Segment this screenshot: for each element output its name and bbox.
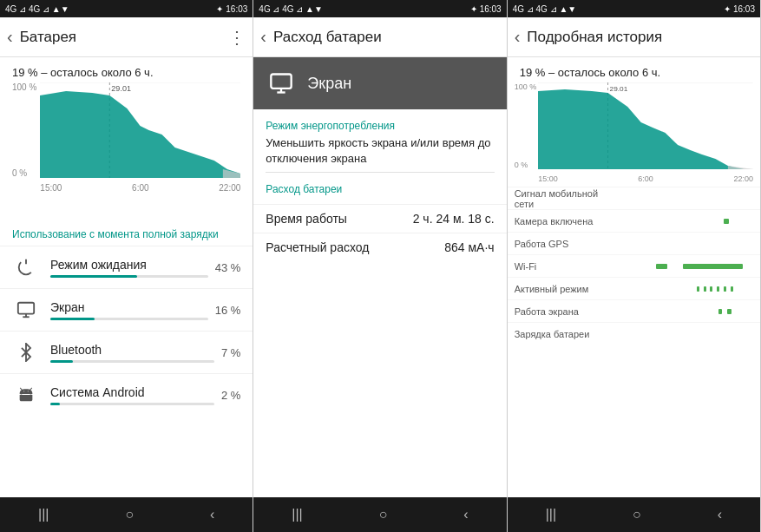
- x-label-mid-3: 6:00: [638, 174, 653, 183]
- status-left-3: 4G ⊿ 4G ⊿ ▲▼: [513, 4, 577, 14]
- status-left-2: 4G ⊿ 4G ⊿ ▲▼: [259, 4, 323, 14]
- power-icon: [12, 253, 40, 281]
- active-seg-1: [697, 286, 699, 292]
- worktime-value: 2 ч. 24 м. 18 с.: [413, 212, 495, 226]
- active-seg-6: [731, 286, 733, 292]
- usage-item-android[interactable]: Система Android 2 %: [0, 373, 253, 416]
- nav-home-3[interactable]: ○: [619, 500, 655, 529]
- active-seg-2: [704, 286, 706, 292]
- usage-header-1: Использование с момента полной зарядки: [0, 221, 253, 246]
- panel-battery: 4G ⊿ 4G ⊿ ▲▼ ✦ 16:03 ‹ Батарея ⋮ 19 % – …: [0, 0, 253, 532]
- nav-home-2[interactable]: ○: [365, 500, 402, 529]
- screen-work-seg-1: [718, 309, 723, 314]
- x-label-start-3: 15:00: [538, 174, 558, 183]
- standby-info: Режим ожидания: [50, 258, 208, 278]
- active-seg-4: [717, 286, 719, 292]
- activity-gps: Работа GPS: [508, 232, 760, 254]
- standby-bar-container: [50, 275, 208, 278]
- signal-icons-3: 4G ⊿ 4G ⊿ ▲▼: [513, 4, 577, 14]
- panel-history: 4G ⊿ 4G ⊿ ▲▼ ✦ 16:03 ‹ Подробная история…: [508, 0, 761, 532]
- detail-row-worktime: Время работы 2 ч. 24 м. 18 с.: [253, 204, 506, 233]
- bt-icon-status-2: ✦: [470, 4, 477, 14]
- back-button-1[interactable]: ‹: [7, 27, 13, 47]
- back-button-2[interactable]: ‹: [260, 27, 266, 47]
- discharge-value: 864 мА·ч: [444, 240, 494, 254]
- more-button-1[interactable]: ⋮: [228, 27, 246, 48]
- nav-menu-3[interactable]: |||: [532, 500, 570, 529]
- bt-icon-status-3: ✦: [724, 4, 731, 14]
- status-right-2: ✦ 16:03: [470, 4, 502, 14]
- mobile-signal-label: Сигнал мобильной сети: [515, 188, 619, 209]
- activity-screen-work: Работа экрана: [508, 299, 760, 322]
- camera-segment: [724, 219, 729, 224]
- nav-back-1[interactable]: ‹: [196, 500, 228, 529]
- top-bar-3: ‹ Подробная история: [508, 17, 760, 57]
- active-seg-5: [724, 286, 726, 292]
- worktime-label: Время работы: [266, 212, 347, 226]
- time-1: 16:03: [226, 4, 247, 14]
- back-button-3[interactable]: ‹: [515, 27, 521, 47]
- y-label-0: 0 %: [12, 168, 36, 178]
- mobile-signal-bar: [619, 196, 753, 201]
- status-bar-1: 4G ⊿ 4G ⊿ ▲▼ ✦ 16:03: [0, 0, 253, 17]
- activity-active-mode: Активный режим: [508, 277, 760, 299]
- camera-label: Камера включена: [515, 216, 619, 227]
- activity-camera: Камера включена: [508, 209, 760, 232]
- screen-detail-header: Экран: [253, 57, 506, 109]
- energy-title: Режим энергопотребления: [266, 120, 494, 132]
- bluetooth-bar: [50, 360, 73, 363]
- bottom-nav-2: ||| ○ ‹: [253, 497, 506, 532]
- signal-icons-1: 4G ⊿ 4G ⊿ ▲▼: [5, 4, 69, 14]
- nav-menu-2[interactable]: |||: [278, 500, 316, 529]
- chart-x-labels-1: 15:00 6:00 22:00: [40, 181, 240, 193]
- battery-subtitle-3: 19 % – осталось около 6 ч.: [508, 57, 760, 82]
- bluetooth-bar-container: [50, 360, 214, 363]
- x-label-start: 15:00: [40, 183, 62, 193]
- status-right-3: ✦ 16:03: [724, 4, 755, 14]
- wifi-label: Wi-Fi: [515, 261, 619, 272]
- x-label-end-3: 22:00: [733, 174, 753, 183]
- bottom-nav-3: ||| ○ ‹: [508, 497, 760, 532]
- screen-detail-icon: [266, 68, 297, 99]
- activity-mobile-signal: Сигнал мобильной сети: [508, 187, 760, 209]
- usage-item-standby[interactable]: Режим ожидания 43 %: [0, 246, 253, 288]
- bluetooth-icon: [12, 338, 40, 366]
- bluetooth-info: Bluetooth: [50, 343, 214, 363]
- screen-bar: [50, 318, 95, 320]
- history-chart: 100 % 0 % 29.01 15:00 6:00 22:00: [508, 82, 760, 187]
- y-label-100: 100 %: [12, 82, 36, 92]
- active-mode-bar: [619, 286, 753, 292]
- active-seg-3: [710, 286, 712, 292]
- time-3: 16:03: [733, 4, 755, 14]
- screen-work-bar: [619, 309, 753, 314]
- screen-info: Экран: [50, 300, 208, 320]
- energy-section: Режим энергопотребления Уменьшить яркост…: [253, 109, 506, 172]
- screen-icon-list: [12, 296, 40, 324]
- activity-wifi: Wi-Fi: [508, 254, 760, 277]
- android-name: Система Android: [50, 385, 214, 399]
- wifi-bar: [619, 264, 753, 269]
- svg-text:29.01: 29.01: [610, 85, 628, 93]
- usage-item-screen[interactable]: Экран 16 %: [0, 288, 253, 331]
- standby-bar: [50, 275, 137, 278]
- status-bar-2: 4G ⊿ 4G ⊿ ▲▼ ✦ 16:03: [253, 0, 506, 17]
- svg-rect-4: [18, 303, 34, 314]
- activity-charging: Зарядка батареи: [508, 322, 760, 345]
- bt-icon-status: ✦: [216, 4, 223, 14]
- nav-home-1[interactable]: ○: [111, 500, 148, 529]
- chart-svg-1: 29.01: [40, 82, 240, 178]
- usage-item-bluetooth[interactable]: Bluetooth 7 %: [0, 331, 253, 373]
- screen-percent: 16 %: [215, 304, 241, 317]
- x-label-mid: 6:00: [132, 183, 148, 193]
- android-bar: [50, 403, 60, 405]
- camera-bar: [619, 219, 753, 224]
- charging-label: Зарядка батареи: [515, 329, 619, 339]
- nav-back-2[interactable]: ‹: [449, 500, 482, 529]
- detail-row-discharge: Расчетный расход 864 мА·ч: [253, 233, 506, 261]
- status-bar-3: 4G ⊿ 4G ⊿ ▲▼ ✦ 16:03: [508, 0, 760, 17]
- nav-back-3[interactable]: ‹: [704, 500, 736, 529]
- y-label-0-3: 0 %: [515, 161, 537, 169]
- nav-menu-1[interactable]: |||: [24, 500, 62, 529]
- screen-detail-title: Экран: [307, 75, 351, 93]
- x-label-end: 22:00: [219, 183, 240, 193]
